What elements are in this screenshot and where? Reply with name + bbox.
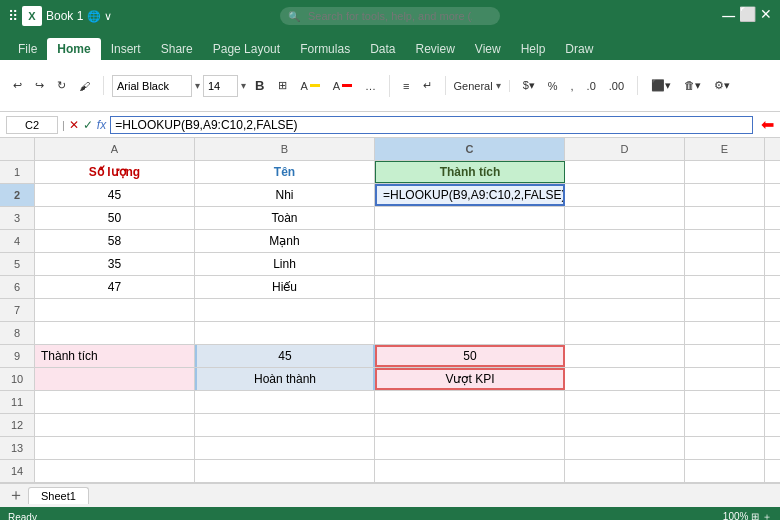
cell-e2[interactable] [685,184,765,206]
cell-e7[interactable] [685,299,765,321]
cell-a9[interactable]: Thành tích [35,345,195,367]
search-input[interactable] [280,7,500,25]
cell-b14[interactable] [195,460,375,482]
row-header-11[interactable]: 11 [0,391,35,413]
search-wrapper[interactable]: 🔍 [280,7,500,25]
number-format-chevron[interactable]: ▾ [496,80,501,91]
cell-e6[interactable] [685,276,765,298]
cell-e1[interactable] [685,161,765,183]
font-color-btn[interactable]: A [328,77,357,95]
cell-d5[interactable] [565,253,685,275]
row-header-7[interactable]: 7 [0,299,35,321]
paint-format-btn[interactable]: 🖌 [74,77,95,95]
row-header-8[interactable]: 8 [0,322,35,344]
cell-c12[interactable] [375,414,565,436]
col-header-d[interactable]: D [565,138,685,160]
cell-a4[interactable]: 58 [35,230,195,252]
comma-btn[interactable]: , [566,77,579,95]
tab-draw[interactable]: Draw [555,38,603,60]
tab-insert[interactable]: Insert [101,38,151,60]
cell-c4[interactable] [375,230,565,252]
delete-cells-btn[interactable]: 🗑▾ [679,76,706,95]
decrease-decimal-btn[interactable]: .00 [604,77,629,95]
formula-input[interactable] [110,116,753,134]
cell-e3[interactable] [685,207,765,229]
cell-b13[interactable] [195,437,375,459]
undo-btn[interactable]: ↩ [8,76,27,95]
redo-btn[interactable]: ↪ [30,76,49,95]
row-header-5[interactable]: 5 [0,253,35,275]
cell-c1[interactable]: Thành tích [375,161,565,183]
cell-d13[interactable] [565,437,685,459]
minimize-btn[interactable]: ─ [722,6,735,27]
cell-e8[interactable] [685,322,765,344]
cell-d2[interactable] [565,184,685,206]
tab-share[interactable]: Share [151,38,203,60]
sheet-tab-1[interactable]: Sheet1 [28,487,89,504]
cell-d14[interactable] [565,460,685,482]
cell-c10[interactable]: Vượt KPI [375,368,565,390]
tab-formulas[interactable]: Formulas [290,38,360,60]
cell-d10[interactable] [565,368,685,390]
cell-c13[interactable] [375,437,565,459]
row-header-14[interactable]: 14 [0,460,35,482]
format-btn[interactable]: ⚙▾ [709,76,735,95]
repeat-btn[interactable]: ↻ [52,76,71,95]
cell-c14[interactable] [375,460,565,482]
more-btn[interactable]: … [360,77,381,95]
fill-color-btn[interactable]: A [295,77,324,95]
cancel-icon[interactable]: ✕ [69,118,79,132]
fx-icon[interactable]: fx [97,118,106,132]
cell-c6[interactable] [375,276,565,298]
col-header-e[interactable]: E [685,138,765,160]
cell-a13[interactable] [35,437,195,459]
cell-d7[interactable] [565,299,685,321]
cell-b8[interactable] [195,322,375,344]
borders-btn[interactable]: ⊞ [273,76,292,95]
cell-b11[interactable] [195,391,375,413]
font-size-input[interactable] [203,75,238,97]
col-header-c[interactable]: C [375,138,565,160]
percent-btn[interactable]: % [543,77,563,95]
cell-b1[interactable]: Tên [195,161,375,183]
cell-d6[interactable] [565,276,685,298]
cell-a10[interactable] [35,368,195,390]
cell-e11[interactable] [685,391,765,413]
row-header-2[interactable]: 2 [0,184,35,206]
cell-d12[interactable] [565,414,685,436]
tab-review[interactable]: Review [406,38,465,60]
cell-e13[interactable] [685,437,765,459]
cell-d4[interactable] [565,230,685,252]
col-header-b[interactable]: B [195,138,375,160]
cell-a2[interactable]: 45 [35,184,195,206]
cell-d8[interactable] [565,322,685,344]
restore-btn[interactable]: ⬜ [739,6,756,27]
cell-e4[interactable] [685,230,765,252]
cell-b5[interactable]: Linh [195,253,375,275]
cell-b9[interactable]: 45 [195,345,375,367]
row-header-4[interactable]: 4 [0,230,35,252]
cell-b3[interactable]: Toàn [195,207,375,229]
tab-page-layout[interactable]: Page Layout [203,38,290,60]
col-header-a[interactable]: A [35,138,195,160]
row-header-13[interactable]: 13 [0,437,35,459]
tab-view[interactable]: View [465,38,511,60]
cell-b7[interactable] [195,299,375,321]
row-header-1[interactable]: 1 [0,161,35,183]
cell-e12[interactable] [685,414,765,436]
font-name-chevron[interactable]: ▾ [195,80,200,91]
cell-c7[interactable] [375,299,565,321]
cell-e10[interactable] [685,368,765,390]
cell-c8[interactable] [375,322,565,344]
row-header-10[interactable]: 10 [0,368,35,390]
cell-c3[interactable] [375,207,565,229]
cell-a3[interactable]: 50 [35,207,195,229]
cell-c2[interactable]: =HLOOKUP(B9,A9:C10,2,FALSE) [375,184,565,206]
cell-e14[interactable] [685,460,765,482]
cell-a12[interactable] [35,414,195,436]
align-left-btn[interactable]: ≡ [398,77,414,95]
font-size-chevron[interactable]: ▾ [241,80,246,91]
tab-file[interactable]: File [8,38,47,60]
tab-home[interactable]: Home [47,38,100,60]
add-sheet-btn[interactable]: ＋ [8,485,24,506]
